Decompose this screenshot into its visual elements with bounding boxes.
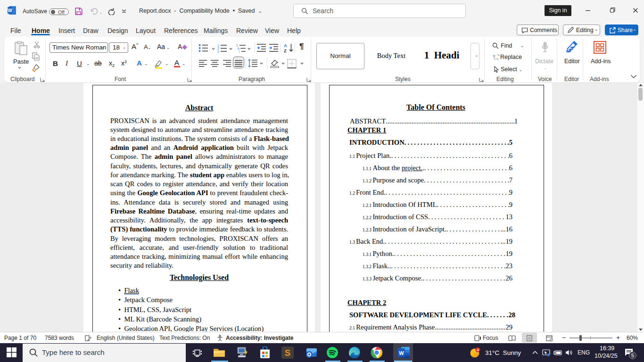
svg-text:W: W: [8, 8, 12, 13]
svg-text:Z: Z: [284, 48, 287, 53]
svg-text:c: c: [496, 57, 498, 60]
svg-text:S: S: [285, 348, 290, 358]
svg-text:b: b: [493, 54, 495, 58]
svg-text:W: W: [399, 350, 404, 356]
svg-text:3: 3: [217, 50, 219, 53]
svg-text:A: A: [284, 43, 287, 48]
svg-text:i: i: [239, 50, 240, 53]
